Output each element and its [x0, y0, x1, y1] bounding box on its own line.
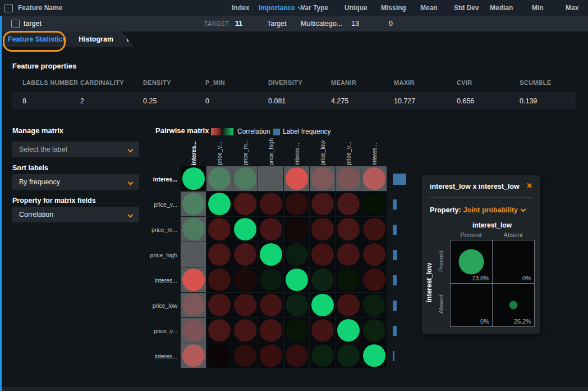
matrix-cell[interactable]	[361, 293, 387, 318]
matrix-cell[interactable]	[258, 293, 284, 318]
matrix-row-label[interactable]: price_m...	[135, 217, 177, 242]
header-col-std-dev[interactable]: Std Dev	[454, 4, 479, 12]
matrix-row-label[interactable]: price_high	[135, 242, 177, 267]
matrix-col-label[interactable]: price_v...	[206, 133, 232, 165]
matrix-cell[interactable]	[181, 166, 206, 192]
matrix-cell[interactable]	[284, 242, 310, 267]
matrix-cell[interactable]	[336, 267, 361, 293]
matrix-cell[interactable]	[258, 166, 284, 192]
matrix-row-label[interactable]: interes...	[135, 166, 177, 192]
matrix-cell[interactable]	[310, 217, 336, 242]
matrix-cell[interactable]	[258, 217, 284, 242]
header-col-max[interactable]: Max	[566, 4, 578, 12]
matrix-cell[interactable]	[310, 242, 336, 267]
matrix-cell[interactable]	[361, 217, 387, 242]
matrix-cell[interactable]	[284, 192, 310, 217]
matrix-row-label[interactable]: price_v...	[135, 318, 177, 343]
matrix-cell[interactable]	[336, 343, 361, 369]
matrix-col-label[interactable]: interes...	[181, 133, 206, 165]
header-col-missing[interactable]: Missing	[381, 4, 406, 12]
matrix-cell[interactable]	[310, 343, 336, 369]
matrix-cell[interactable]	[310, 293, 336, 318]
matrix-col-label[interactable]: price_m...	[232, 133, 258, 165]
matrix-cell[interactable]	[232, 166, 258, 192]
matrix-row-label[interactable]: price_v...	[135, 192, 177, 217]
header-col-unique[interactable]: Unique	[344, 4, 368, 12]
matrix-cell[interactable]	[310, 166, 336, 192]
select-all-checkbox[interactable]	[4, 4, 13, 12]
matrix-cell[interactable]	[206, 242, 232, 267]
matrix-col-label[interactable]: price_low	[310, 133, 336, 165]
matrix-cell[interactable]	[258, 192, 284, 217]
tab-histogram[interactable]: Histogram	[79, 35, 113, 43]
sort-labels-dropdown[interactable]: By frequency	[12, 174, 139, 190]
matrix-cell[interactable]	[181, 318, 206, 343]
matrix-cell[interactable]	[232, 217, 258, 242]
matrix-cell[interactable]	[361, 343, 387, 369]
matrix-cell[interactable]	[284, 217, 310, 242]
target-row-checkbox[interactable]	[11, 20, 20, 28]
header-col-min[interactable]: Min	[532, 4, 544, 12]
matrix-cell[interactable]	[232, 267, 258, 293]
matrix-cell[interactable]	[181, 192, 206, 217]
matrix-row-label[interactable]: price_low	[135, 293, 177, 318]
matrix-cell[interactable]	[310, 318, 336, 343]
matrix-cell[interactable]	[284, 166, 310, 192]
matrix-cell[interactable]	[181, 293, 206, 318]
header-col-index[interactable]: Index	[232, 4, 249, 12]
matrix-cell[interactable]	[336, 192, 361, 217]
matrix-cell[interactable]	[336, 318, 361, 343]
matrix-row-label[interactable]: interes...	[135, 343, 177, 369]
matrix-cell[interactable]	[361, 267, 387, 293]
matrix-cell[interactable]	[361, 318, 387, 343]
feature-name-column-header[interactable]: Feature Name	[18, 4, 62, 12]
target-feature-row[interactable]: target TARGET 11 Target Multicatego... 1…	[0, 16, 588, 31]
matrix-col-label[interactable]: interes...	[284, 133, 310, 165]
matrix-cell[interactable]	[361, 192, 387, 217]
popup-property-selector[interactable]: Joint probability	[463, 206, 518, 214]
matrix-cell[interactable]	[310, 192, 336, 217]
matrix-row-label[interactable]: interes...	[135, 267, 177, 293]
close-icon[interactable]: ✕	[526, 181, 532, 190]
matrix-cell[interactable]	[284, 267, 310, 293]
matrix-cell[interactable]	[206, 267, 232, 293]
matrix-cell[interactable]	[361, 166, 387, 192]
header-col-var-type[interactable]: Var Type	[301, 4, 328, 12]
matrix-property-dropdown[interactable]: Correlation	[12, 207, 139, 222]
matrix-cell[interactable]	[206, 343, 232, 369]
matrix-cell[interactable]	[361, 242, 387, 267]
matrix-col-label[interactable]: interes...	[361, 133, 387, 165]
matrix-cell[interactable]	[232, 318, 258, 343]
matrix-cell[interactable]	[206, 293, 232, 318]
label-select-dropdown[interactable]: Select the label	[12, 142, 139, 157]
matrix-col-label[interactable]: price_high	[258, 133, 284, 165]
matrix-cell[interactable]	[181, 217, 206, 242]
matrix-cell[interactable]	[232, 293, 258, 318]
matrix-cell[interactable]	[336, 293, 361, 318]
matrix-cell[interactable]	[206, 318, 232, 343]
matrix-cell[interactable]	[258, 267, 284, 293]
matrix-cell[interactable]	[336, 242, 361, 267]
matrix-cell[interactable]	[181, 267, 206, 293]
matrix-cell[interactable]	[284, 293, 310, 318]
matrix-cell[interactable]	[284, 343, 310, 369]
matrix-cell[interactable]	[258, 242, 284, 267]
matrix-cell[interactable]	[310, 267, 336, 293]
matrix-cell[interactable]	[336, 166, 361, 192]
matrix-cell[interactable]	[258, 318, 284, 343]
matrix-cell[interactable]	[258, 343, 284, 369]
matrix-cell[interactable]	[232, 343, 258, 369]
matrix-cell[interactable]	[181, 242, 206, 267]
matrix-cell[interactable]	[336, 217, 361, 242]
header-col-importance[interactable]: Importance	[259, 4, 302, 12]
matrix-cell[interactable]	[206, 166, 232, 192]
matrix-cell[interactable]	[206, 192, 232, 217]
matrix-cell[interactable]	[232, 192, 258, 217]
matrix-cell[interactable]	[284, 318, 310, 343]
tab-table[interactable]: Table	[126, 35, 144, 43]
header-col-mean[interactable]: Mean	[420, 4, 438, 12]
matrix-cell[interactable]	[232, 242, 258, 267]
matrix-cell[interactable]	[181, 343, 206, 369]
matrix-col-label[interactable]: price_v...	[336, 133, 361, 165]
matrix-cell[interactable]	[206, 217, 232, 242]
